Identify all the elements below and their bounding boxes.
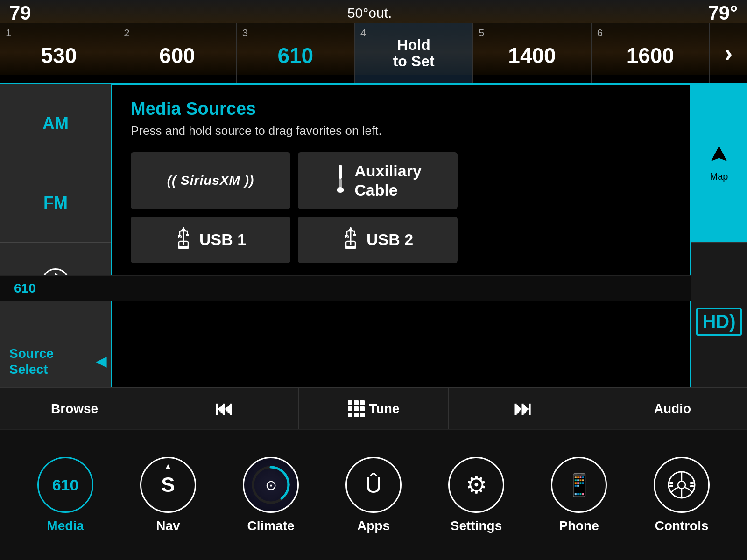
svg-rect-15 <box>353 234 356 236</box>
preset-4[interactable]: 4 Holdto Set <box>355 23 473 83</box>
apps-nav-item[interactable]: Û Apps <box>322 457 425 533</box>
media-nav-label: Media <box>47 518 84 533</box>
preset-num-3: 3 <box>242 27 248 39</box>
map-label: Map <box>710 171 728 182</box>
preset-hold-label: Holdto Set <box>393 37 435 70</box>
media-sources-subtitle: Press and hold source to drag favorites … <box>131 124 671 138</box>
phone-nav-item[interactable]: 📱 Phone <box>528 457 630 533</box>
tune-label: Tune <box>369 401 400 416</box>
hd-nav-button[interactable]: HD) <box>691 243 747 401</box>
settings-nav-circle: ⚙ <box>448 457 504 513</box>
aux-cable-source[interactable]: AuxiliaryCable <box>298 152 458 209</box>
svg-rect-4 <box>178 246 189 249</box>
tune-grid-icon <box>348 400 365 417</box>
main-content: AM FM SourceSelect ◀ Media Sources Press… <box>0 84 747 401</box>
nav-nav-circle: S ▲ <box>140 457 196 513</box>
controls-nav-item[interactable]: Controls <box>630 457 733 533</box>
climate-nav-label: Climate <box>247 518 294 533</box>
interior-temp: 79° <box>708 2 738 24</box>
preset-num-1: 1 <box>6 27 11 39</box>
next-icon: ⏭ <box>514 398 532 419</box>
preset-6[interactable]: 6 1600 <box>592 23 710 83</box>
svg-rect-25 <box>669 485 673 487</box>
preset-freq-3: 610 <box>277 43 313 68</box>
svg-point-2 <box>337 187 344 193</box>
left-sidebar: AM FM SourceSelect ◀ <box>0 84 112 401</box>
phone-nav-label: Phone <box>559 518 599 533</box>
hd-badge: HD) <box>696 308 741 336</box>
svg-point-21 <box>678 481 685 489</box>
browse-label: Browse <box>51 401 98 416</box>
prev-icon: ⏮ <box>215 398 233 419</box>
preset-next-button[interactable]: › <box>710 23 747 83</box>
preset-freq-2: 600 <box>159 43 195 68</box>
media-nav-circle: 610 <box>37 457 93 513</box>
next-button[interactable]: ⏭ <box>449 388 598 429</box>
now-playing-bar: 610 <box>0 275 691 301</box>
map-icon <box>709 145 729 169</box>
apps-nav-label: Apps <box>357 518 390 533</box>
audio-button[interactable]: Audio <box>598 388 747 429</box>
header-left-number: 79 <box>9 2 31 24</box>
preset-freq-6: 1600 <box>627 43 674 68</box>
header-bar: 79 50°out. 79° <box>0 0 747 26</box>
transport-bar: Browse ⏮ Tune ⏭ Audio <box>0 387 747 429</box>
presets-bar: 1 530 2 600 3 610 4 Holdto Set 5 1400 6 … <box>0 23 747 84</box>
prev-button[interactable]: ⏮ <box>149 388 299 429</box>
source-select-arrow: ◀ <box>96 354 106 369</box>
siriusxm-label: (( SiriusXM )) <box>167 173 254 188</box>
preset-2[interactable]: 2 600 <box>118 23 236 83</box>
sources-grid: (( SiriusXM )) AuxiliaryCable <box>131 152 458 263</box>
fm-label: FM <box>43 193 68 213</box>
preset-freq-5: 1400 <box>508 43 556 68</box>
media-sources-title: Media Sources <box>131 99 671 119</box>
settings-nav-icon: ⚙ <box>465 471 487 499</box>
settings-nav-label: Settings <box>451 518 502 533</box>
am-button[interactable]: AM <box>0 84 111 163</box>
media-nav-icon: 610 <box>52 476 79 494</box>
browse-button[interactable]: Browse <box>0 388 149 429</box>
preset-3[interactable]: 3 610 <box>237 23 355 83</box>
apps-nav-circle: Û <box>345 457 402 513</box>
usb2-label: USB 2 <box>366 231 413 249</box>
preset-1[interactable]: 1 530 <box>0 23 118 83</box>
aux-icon <box>334 165 347 196</box>
svg-rect-26 <box>690 482 694 484</box>
chevron-right-icon: › <box>725 39 733 67</box>
usb2-source[interactable]: USB 2 <box>298 217 458 263</box>
tune-button[interactable]: Tune <box>299 388 448 429</box>
svg-rect-1 <box>339 179 342 188</box>
nav-nav-icon: S <box>161 473 175 497</box>
controls-icon <box>666 469 698 501</box>
siriusxm-source[interactable]: (( SiriusXM )) <box>131 152 290 209</box>
am-label: AM <box>42 114 69 133</box>
nav-nav-label: Nav <box>156 518 180 533</box>
nav-nav-item[interactable]: S ▲ Nav <box>117 457 219 533</box>
svg-rect-0 <box>339 165 342 179</box>
usb1-icon <box>175 226 192 253</box>
apps-nav-icon: Û <box>366 472 382 498</box>
aux-label: AuxiliaryCable <box>354 161 422 200</box>
preset-num-5: 5 <box>479 27 484 39</box>
bottom-nav: 610 Media S ▲ Nav ⊙ Climate Û Apps <box>0 429 747 560</box>
outside-temp: 50°out. <box>347 5 392 21</box>
preset-num-2: 2 <box>124 27 129 39</box>
usb2-icon <box>342 226 359 253</box>
source-select-label: SourceSelect <box>9 346 54 377</box>
preset-5[interactable]: 5 1400 <box>473 23 591 83</box>
climate-nav-item[interactable]: ⊙ Climate <box>219 457 322 533</box>
preset-num-4: 4 <box>360 27 366 39</box>
svg-rect-24 <box>669 482 673 484</box>
audio-label: Audio <box>654 401 691 416</box>
right-nav: Map HD) <box>691 84 747 401</box>
usb1-source[interactable]: USB 1 <box>131 217 290 263</box>
now-playing-freq: 610 <box>14 281 36 296</box>
fm-button[interactable]: FM <box>0 163 111 243</box>
preset-num-6: 6 <box>597 27 603 39</box>
settings-nav-item[interactable]: ⚙ Settings <box>425 457 528 533</box>
map-nav-button[interactable]: Map <box>691 84 747 243</box>
controls-nav-label: Controls <box>655 518 708 533</box>
media-nav-item[interactable]: 610 Media <box>14 457 117 533</box>
controls-nav-circle <box>654 457 710 513</box>
preset-freq-1: 530 <box>41 43 77 68</box>
